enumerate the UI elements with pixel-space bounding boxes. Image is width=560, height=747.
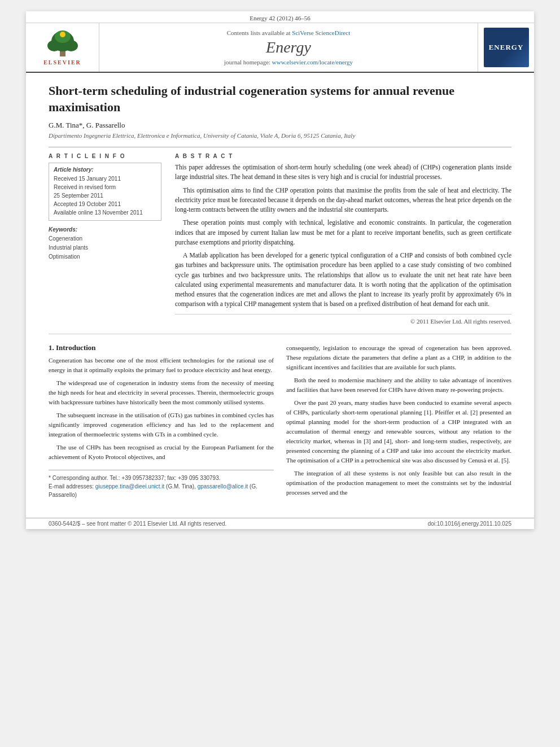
article-body: Short-term scheduling of industrial coge…: [26, 73, 534, 512]
keyword-3: Optimisation: [49, 252, 161, 261]
issn-line: 0360-5442/$ – see front matter © 2011 El…: [49, 521, 226, 527]
intro-right-para-1: consequently, legislation to encourage t…: [286, 343, 511, 372]
revised-date: 25 September 2011: [54, 191, 156, 200]
intro-right-text: consequently, legislation to encourage t…: [286, 343, 511, 498]
revised-label: Received in revised form: [54, 183, 156, 191]
elsevier-tree-icon: [43, 30, 82, 58]
received-date: Received 15 January 2011: [54, 174, 156, 183]
journal-ref-bar: Energy 42 (2012) 46–56: [26, 11, 534, 23]
footnote-star: * Corresponding author. Tel.: +39 095738…: [49, 474, 274, 482]
doi-line: doi:10.1016/j.energy.2011.10.025: [428, 521, 511, 527]
article-title: Short-term scheduling of industrial coge…: [49, 83, 511, 115]
contents-line: Contents lists available at SciVerse Sci…: [227, 29, 350, 36]
intro-para-1: Cogeneration has become one of the most …: [49, 356, 274, 375]
keywords-title: Keywords:: [49, 226, 161, 233]
page-footer: 0360-5442/$ – see front matter © 2011 El…: [26, 518, 534, 529]
abstract-para-3: These operation points must comply with …: [175, 218, 511, 247]
introduction-section: 1. Introduction Cogeneration has become …: [49, 343, 511, 501]
intro-right-para-4: The integration of all these systems is …: [286, 469, 511, 497]
history-title: Article history:: [54, 167, 156, 173]
available-date: Available online 13 November 2011: [54, 208, 156, 217]
intro-right-para-3: Over the past 20 years, many studies hav…: [286, 398, 511, 465]
keyword-1: Cogeneration: [49, 234, 161, 243]
intro-para-4: The use of CHPs has been recognised as c…: [49, 443, 274, 462]
footnote: * Corresponding author. Tel.: +39 095738…: [49, 470, 274, 499]
elsevier-logo: ELSEVIER: [26, 23, 99, 72]
svg-point-5: [60, 32, 65, 37]
abstract-col: A B S T R A C T This paper addresses the…: [175, 153, 511, 325]
email1-link[interactable]: giuseppe.tina@dieei.unict.it: [95, 483, 164, 490]
journal-name: Energy: [266, 38, 311, 56]
accepted-date: Accepted 19 October 2011: [54, 200, 156, 208]
article-authors: G.M. Tina*, G. Passarello: [49, 121, 511, 130]
abstract-para-2: This optimisation aims to find the CHP o…: [175, 186, 511, 215]
copyright-line: © 2011 Elsevier Ltd. All rights reserved…: [175, 314, 511, 325]
abstract-label: A B S T R A C T: [175, 153, 511, 159]
intro-left-text: Cogeneration has become one of the most …: [49, 356, 274, 462]
sciverse-link[interactable]: SciVerse ScienceDirect: [292, 29, 350, 36]
intro-right-col: consequently, legislation to encourage t…: [286, 343, 511, 501]
journal-header-band: ELSEVIER Contents lists available at Sci…: [26, 23, 534, 73]
keyword-2: Industrial plants: [49, 243, 161, 252]
intro-left-col: 1. Introduction Cogeneration has become …: [49, 343, 274, 501]
energy-logo-box: ENERGY: [478, 23, 534, 72]
abstract-para-4: A Matlab application has been developed …: [175, 251, 511, 309]
keywords-block: Keywords: Cogeneration Industrial plants…: [49, 226, 161, 261]
journal-ref: Energy 42 (2012) 46–56: [250, 15, 310, 21]
intro-right-para-2: Both the need to modernise machinery and…: [286, 375, 511, 395]
info-abstract-section: A R T I C L E I N F O Article history: R…: [49, 147, 511, 325]
energy-logo: ENERGY: [484, 28, 529, 67]
abstract-text: This paper addresses the optimisation of…: [175, 163, 511, 309]
journal-page: Energy 42 (2012) 46–56 ELSEVIER Contents…: [26, 11, 534, 529]
article-info-col: A R T I C L E I N F O Article history: R…: [49, 153, 161, 325]
energy-brand: ENERGY: [489, 43, 524, 52]
article-info-label: A R T I C L E I N F O: [49, 153, 161, 159]
intro-heading: 1. Introduction: [49, 343, 274, 352]
elsevier-brand: ELSEVIER: [43, 59, 81, 65]
homepage-link[interactable]: www.elsevier.com/locate/energy: [272, 59, 353, 65]
intro-para-3: The subsequent increase in the utilisati…: [49, 410, 274, 439]
article-history-block: Article history: Received 15 January 201…: [49, 163, 161, 221]
journal-center-info: Contents lists available at SciVerse Sci…: [99, 23, 478, 72]
intro-para-2: The widespread use of cogeneration in in…: [49, 378, 274, 407]
abstract-para-1: This paper addresses the optimisation of…: [175, 163, 511, 182]
email2-link[interactable]: gpassarello@alice.it: [198, 483, 248, 490]
journal-homepage: journal homepage: www.elsevier.com/locat…: [224, 59, 353, 65]
article-affiliation: Dipartimento Ingegneria Elettrica, Elett…: [49, 132, 511, 139]
footnote-email: E-mail addresses: giuseppe.tina@dieei.un…: [49, 482, 274, 499]
section-divider: [49, 334, 511, 334]
